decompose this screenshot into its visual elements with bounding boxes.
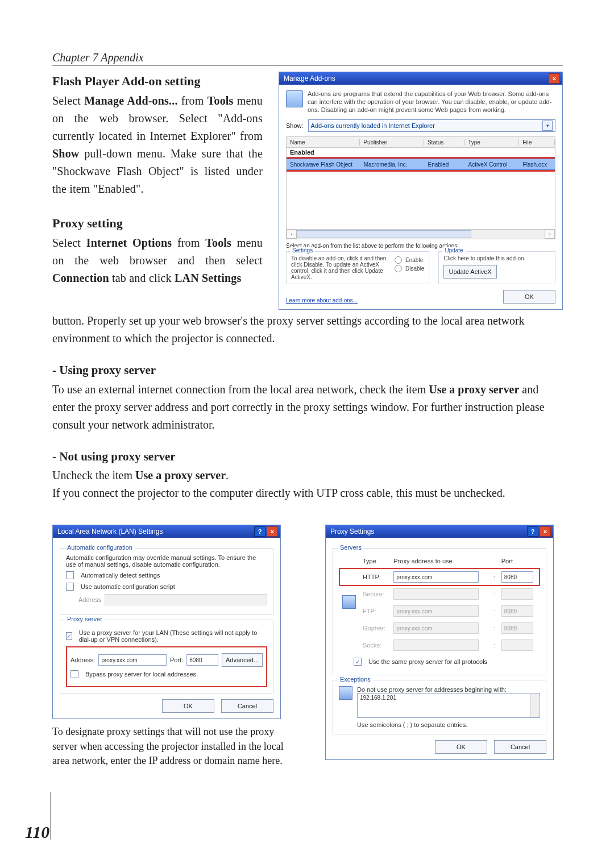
disable-radio[interactable] [395,265,402,272]
window-title: Local Area Network (LAN) Settings [57,528,163,535]
proxy-server-group: Proxy server Use a proxy server for your… [60,620,273,693]
using-text: To use an external internet connection f… [52,381,563,434]
port-label: Port: [170,657,183,663]
update-activex-button[interactable]: Update ActiveX [443,265,496,279]
cancel-button[interactable]: Cancel [494,740,546,754]
auto-config-group: Automatic configuration Automatic config… [60,548,273,615]
addons-list[interactable]: Enabled Shockwave Flash Object Macromedi… [286,147,555,239]
window-title: Manage Add-ons [284,74,335,82]
address-label: Address: [70,657,95,663]
window-title: Proxy Settings [330,528,374,535]
proxy-port-input[interactable]: 8080 [186,654,218,666]
addons-intro: Add-ons are programs that extend the cap… [308,90,555,114]
socks-port-input [501,639,533,651]
flash-body: Select Manage Add-ons... from Tools menu… [52,92,263,198]
script-address-input [105,594,267,605]
gopher-port-input: 8080 [501,622,533,634]
addons-icon [286,90,303,107]
help-icon[interactable]: ? [527,526,538,537]
auto-script-checkbox[interactable] [66,583,74,591]
cancel-button[interactable]: Cancel [221,699,273,713]
proxy-body-left: Select Internet Options from Tools menu … [52,234,263,287]
scroll-left-icon[interactable]: ‹ [287,230,297,239]
addons-list-header: Name Publisher Status Type File [286,136,555,147]
servers-group: Servers Type Proxy address to use Port [333,548,546,675]
exceptions-group: Exceptions Do not use proxy server for a… [333,680,546,734]
advanced-button[interactable]: Advanced... [222,653,263,667]
chapter-label: Chapter 7 Appendix [52,51,144,64]
notusing-line2: If you connect the projector to the comp… [52,484,563,502]
exceptions-note: Use semicolons ( ; ) to separate entries… [357,721,540,728]
page-rule [50,792,51,840]
settings-fieldset: Settings To disable an add-on, click it … [286,251,429,284]
gopher-address-input: proxy.xxx.com [393,622,479,634]
address-label: Address [78,596,101,603]
ftp-port-input: 8080 [501,605,533,617]
exceptions-input[interactable]: 192.168.1.201 [357,693,540,718]
proxy-body-rest: button. Properly set up your web browser… [52,312,563,347]
auto-detect-checkbox[interactable] [66,571,74,579]
secure-port-input [501,588,533,600]
update-fieldset: Update Click here to update this add-on … [438,251,555,284]
highlight-box: Address: proxy.xxx.com Port: 8080 Advanc… [66,646,267,687]
enable-radio[interactable] [395,256,402,264]
proxy-heading: Proxy setting [52,214,263,233]
lan-settings-window: Local Area Network (LAN) Settings ? × Au… [52,525,281,719]
addon-row-selected[interactable]: Shockwave Flash Object Macromedia, Inc. … [287,159,555,170]
same-proxy-checkbox[interactable] [354,658,362,666]
proxy-address-input[interactable]: proxy.xxx.com [98,654,167,666]
manage-addons-window: Manage Add-ons × Add-ons are programs th… [279,72,563,310]
flash-heading: Flash Player Add-on setting [52,72,263,91]
show-select[interactable]: Add-ons currently loaded in Internet Exp… [308,119,555,132]
close-icon[interactable]: × [267,526,278,537]
servers-icon [342,595,356,609]
exceptions-label: Do not use proxy server for addresses be… [357,686,540,693]
h-scrollbar[interactable]: ‹ › [287,229,555,239]
v-scrollbar[interactable] [530,694,539,717]
secure-address-input [393,588,479,600]
http-address-input[interactable]: proxy.xxx.com [393,571,479,583]
chevron-down-icon[interactable]: ▾ [542,121,553,131]
learn-more-link[interactable]: Learn more about add-ons... [286,297,358,304]
show-label: Show: [286,122,304,129]
ok-button[interactable]: OK [435,740,487,754]
page-number: 110 [25,823,49,842]
notusing-heading: - Not using proxy server [52,447,563,466]
socks-address-input [393,639,479,651]
exceptions-icon [339,686,352,700]
ok-button[interactable]: OK [503,290,555,304]
http-port-input[interactable]: 8080 [501,571,533,583]
use-proxy-checkbox[interactable] [66,632,72,640]
close-icon[interactable]: × [549,73,560,84]
bypass-checkbox[interactable] [70,670,78,678]
proxy-settings-window: Proxy Settings ? × Servers Type Proxy ad… [325,525,554,760]
group-enabled: Enabled [287,148,555,157]
caption-text: To designate proxy settings that will no… [52,725,291,768]
scroll-right-icon[interactable]: › [545,230,555,239]
close-icon[interactable]: × [540,526,551,537]
help-icon[interactable]: ? [254,526,265,537]
show-value: Add-ons currently loaded in Internet Exp… [311,122,435,129]
notusing-line1: Uncheck the item Use a proxy server. [52,467,563,484]
ok-button[interactable]: OK [162,699,214,713]
addons-hint: Select an add-on from the list above to … [286,243,555,249]
using-heading: - Using proxy server [52,361,563,380]
ftp-address-input: proxy.xxx.com [393,605,479,617]
